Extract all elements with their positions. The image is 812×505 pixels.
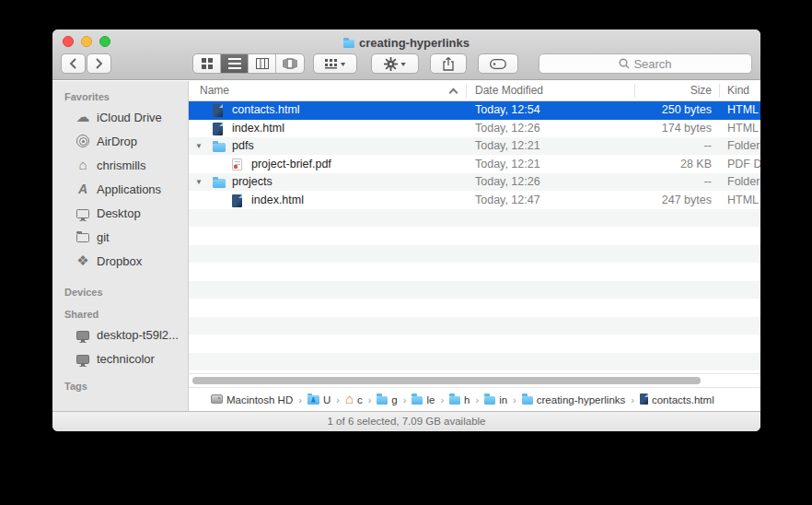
sidebar-icon-slot: ⌂ (75, 159, 90, 171)
path-icon-slot: ⌂ (345, 394, 354, 405)
path-icon-slot (640, 393, 648, 406)
sidebar-item-chrismills[interactable]: ⌂chrismills (52, 153, 188, 177)
action-button[interactable]: ▾ (371, 53, 419, 74)
folder-icon (213, 143, 226, 152)
column-divider[interactable] (719, 84, 720, 98)
path-item-label: Macintosh HD (226, 394, 293, 405)
column-divider[interactable] (466, 84, 467, 98)
table-row[interactable]: index.htmlToday, 12:26174 bytesHTML (189, 120, 760, 138)
file-date-modified: Today, 12:47 (475, 192, 540, 210)
column-header-date[interactable]: Date Modified (475, 84, 543, 97)
forward-button[interactable] (87, 53, 111, 74)
chevron-separator-icon: › (336, 394, 340, 405)
html-file-icon (213, 104, 223, 117)
sidebar-icon-slot (75, 354, 90, 364)
column-header-size[interactable]: Size (607, 84, 712, 97)
toolbar: ▾ ▾ Search (52, 52, 760, 79)
tag-button[interactable] (478, 53, 518, 74)
sidebar-item-icloud-drive[interactable]: ☁iCloud Drive (52, 105, 188, 129)
sidebar-section-tags: Tags (52, 376, 188, 394)
share-button[interactable] (430, 53, 467, 74)
file-name: projects (232, 173, 457, 192)
path-item-label: g (391, 394, 397, 405)
column-header-name[interactable]: Name (200, 84, 229, 97)
back-button[interactable] (61, 53, 86, 74)
status-text: 1 of 6 selected, 7.09 GB available (328, 416, 486, 427)
file-date-modified: Today, 12:26 (475, 173, 540, 192)
window-title: creating-hyperlinks (359, 36, 470, 50)
sidebar: Favorites☁iCloud DriveAirDrop⌂chrismills… (52, 81, 189, 411)
path-item-contacts-html[interactable]: contacts.html (640, 393, 714, 406)
icon-view-button[interactable] (193, 54, 221, 73)
tag-icon (490, 59, 506, 69)
coverflow-view-button[interactable] (276, 54, 304, 73)
file-size: 28 KB (607, 156, 712, 174)
arrange-icon (325, 59, 338, 69)
folder-icon (449, 396, 460, 405)
sidebar-icon-slot (75, 330, 90, 340)
sidebar-icon-slot: A (75, 182, 90, 195)
path-item-c[interactable]: ⌂c (345, 394, 363, 405)
sidebar-item-label: Dropbox (97, 254, 142, 268)
folder-icon (522, 396, 533, 405)
sidebar-item-label: Applications (97, 182, 161, 196)
file-kind: HTML (727, 120, 759, 138)
search-icon (619, 58, 630, 69)
share-icon (443, 57, 454, 71)
sidebar-item-technicolor[interactable]: technicolor (52, 346, 188, 370)
airdrop-icon (76, 135, 89, 147)
path-item-g[interactable]: g (377, 393, 397, 406)
sidebar-item-label: Desktop (97, 206, 141, 220)
grid-view-icon (202, 58, 213, 69)
path-icon-slot (412, 393, 423, 406)
sidebar-item-desktop-t59l2-[interactable]: desktop-t59l2... (52, 323, 188, 346)
file-size: 174 bytes (607, 120, 712, 138)
sidebar-item-label: desktop-t59l2... (97, 328, 179, 342)
table-row[interactable]: index.htmlToday, 12:47247 bytesHTML (189, 192, 760, 210)
file-kind: Folder (727, 173, 760, 192)
sidebar-item-desktop[interactable]: Desktop (52, 201, 188, 225)
path-item-le[interactable]: le (412, 393, 435, 406)
dropbox-icon: ❖ (76, 254, 88, 267)
html-file-icon (213, 123, 223, 135)
sidebar-item-git[interactable]: git (52, 225, 188, 249)
minimize-button[interactable] (81, 36, 92, 47)
status-bar: 1 of 6 selected, 7.09 GB available (52, 411, 760, 431)
search-placeholder: Search (633, 57, 671, 71)
zoom-button[interactable] (99, 36, 110, 47)
sidebar-icon-slot (75, 135, 90, 147)
arrange-button[interactable]: ▾ (313, 53, 357, 74)
disclosure-triangle-icon[interactable]: ▼ (195, 173, 203, 192)
table-row[interactable]: project-brief.pdfToday, 12:2128 KBPDF D (189, 156, 760, 174)
chevron-separator-icon: › (440, 394, 444, 405)
sidebar-item-airdrop[interactable]: AirDrop (52, 129, 188, 153)
window-title-area: creating-hyperlinks (52, 29, 760, 52)
chevron-separator-icon: › (298, 394, 302, 405)
path-item-h[interactable]: h (449, 393, 470, 406)
path-item-u[interactable]: U (307, 393, 331, 406)
file-size: 250 bytes (607, 101, 712, 120)
title-bar[interactable]: creating-hyperlinks (52, 29, 760, 52)
table-row[interactable]: ▼pdfsToday, 12:21--Folder (189, 137, 760, 156)
list-view-button[interactable] (221, 54, 249, 73)
search-field[interactable]: Search (539, 53, 752, 74)
home-icon: ⌂ (345, 391, 354, 406)
column-view-button[interactable] (249, 54, 276, 73)
chevron-separator-icon: › (631, 394, 634, 405)
file-kind: HTML (727, 192, 759, 210)
path-item-label: contacts.html (652, 394, 714, 405)
table-row[interactable]: ▼projectsToday, 12:26--Folder (189, 173, 760, 192)
horizontal-scrollbar[interactable] (189, 373, 760, 387)
view-switcher (192, 53, 305, 74)
disclosure-triangle-icon[interactable]: ▼ (195, 137, 203, 156)
close-button[interactable] (63, 36, 74, 47)
path-item-in[interactable]: in (484, 393, 507, 406)
sidebar-icon-slot: ☁ (75, 111, 90, 123)
sidebar-item-applications[interactable]: AApplications (52, 177, 188, 201)
scrollbar-thumb[interactable] (192, 377, 701, 384)
sidebar-item-dropbox[interactable]: ❖Dropbox (52, 249, 188, 273)
path-item-creating-hyperlinks[interactable]: creating-hyperlinks (522, 393, 626, 406)
path-item-macintosh-hd[interactable]: Macintosh HD (211, 393, 293, 405)
table-row[interactable]: contacts.htmlToday, 12:54250 bytesHTML (189, 101, 760, 120)
column-header-kind[interactable]: Kind (727, 84, 749, 97)
